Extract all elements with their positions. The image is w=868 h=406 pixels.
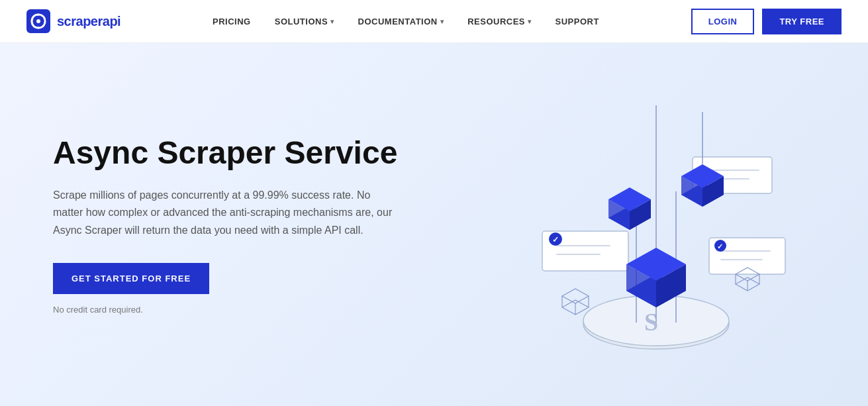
hero-title: Async Scraper Service bbox=[53, 134, 397, 171]
svg-text:✓: ✓ bbox=[552, 235, 559, 244]
site-header: scraperapi PRICING SOLUTIONS ▾ DOCUMENTA… bbox=[0, 0, 868, 43]
solutions-chevron-icon: ▾ bbox=[330, 18, 334, 25]
header-actions: LOGIN TRY FREE bbox=[691, 9, 842, 34]
svg-point-1 bbox=[36, 19, 40, 23]
login-button[interactable]: LOGIN bbox=[691, 9, 755, 34]
illustration-svg: S ✓ ✓ bbox=[497, 85, 815, 364]
no-credit-card-label: No credit card required. bbox=[53, 305, 397, 315]
scraperapi-logo-icon bbox=[26, 9, 50, 33]
nav-solutions[interactable]: SOLUTIONS ▾ bbox=[275, 17, 334, 26]
documentation-chevron-icon: ▾ bbox=[440, 18, 444, 25]
get-started-button[interactable]: GET STARTED FOR FREE bbox=[53, 263, 209, 294]
svg-text:✓: ✓ bbox=[717, 242, 723, 250]
hero-illustration: S ✓ ✓ bbox=[497, 85, 815, 364]
nav-resources[interactable]: RESOURCES ▾ bbox=[467, 17, 531, 26]
nav-pricing[interactable]: PRICING bbox=[213, 17, 251, 26]
nav-support[interactable]: SUPPORT bbox=[555, 17, 599, 26]
resources-chevron-icon: ▾ bbox=[528, 18, 532, 25]
logo-text: scraperapi bbox=[57, 14, 121, 29]
main-nav: PRICING SOLUTIONS ▾ DOCUMENTATION ▾ RESO… bbox=[213, 17, 599, 26]
hero-description: Scrape millions of pages concurrently at… bbox=[53, 187, 397, 239]
logo[interactable]: scraperapi bbox=[26, 9, 121, 33]
svg-marker-34 bbox=[562, 289, 589, 303]
try-free-button[interactable]: TRY FREE bbox=[762, 9, 842, 34]
nav-documentation[interactable]: DOCUMENTATION ▾ bbox=[358, 17, 444, 26]
hero-content: Async Scraper Service Scrape millions of… bbox=[53, 134, 397, 315]
hero-section: Async Scraper Service Scrape millions of… bbox=[0, 43, 868, 406]
